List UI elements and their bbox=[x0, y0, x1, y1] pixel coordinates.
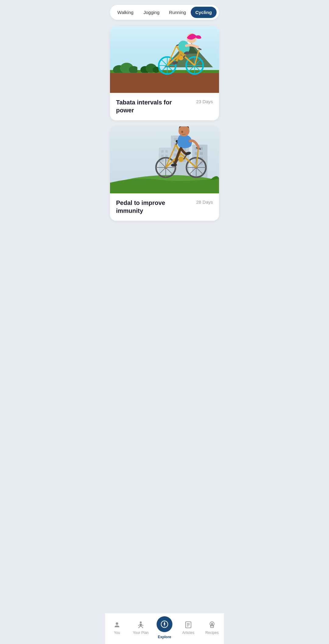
cyclist-outdoor-illustration bbox=[152, 29, 207, 76]
tab-walking[interactable]: Walking bbox=[112, 7, 139, 18]
tab-jogging[interactable]: Jogging bbox=[139, 7, 165, 18]
page-container: Walking Jogging Running Cycling bbox=[105, 0, 224, 251]
card-days-1: 23 Days bbox=[196, 98, 213, 104]
svg-point-92 bbox=[181, 131, 183, 133]
card-days-2: 28 Days bbox=[196, 199, 213, 205]
svg-point-88 bbox=[178, 157, 184, 162]
card-immunity[interactable]: Pedal to improve immunity 28 Days bbox=[110, 126, 219, 221]
card-title-1: Tabata intervals for power bbox=[116, 98, 191, 114]
card-image-city bbox=[110, 126, 219, 193]
filter-tabs: Walking Jogging Running Cycling bbox=[110, 5, 219, 20]
bush-left bbox=[113, 61, 137, 74]
card-footer-2: Pedal to improve immunity 28 Days bbox=[110, 193, 219, 221]
svg-point-94 bbox=[185, 151, 191, 156]
card-tabata[interactable]: Tabata intervals for power 23 Days bbox=[110, 26, 219, 120]
card-footer-1: Tabata intervals for power 23 Days bbox=[110, 93, 219, 120]
tab-cycling[interactable]: Cycling bbox=[191, 7, 217, 18]
cyclist-city-illustration bbox=[149, 126, 210, 181]
card-title-2: Pedal to improve immunity bbox=[116, 199, 191, 215]
card-image-outdoor bbox=[110, 26, 219, 93]
svg-point-91 bbox=[179, 126, 189, 136]
tab-running[interactable]: Running bbox=[164, 7, 191, 18]
